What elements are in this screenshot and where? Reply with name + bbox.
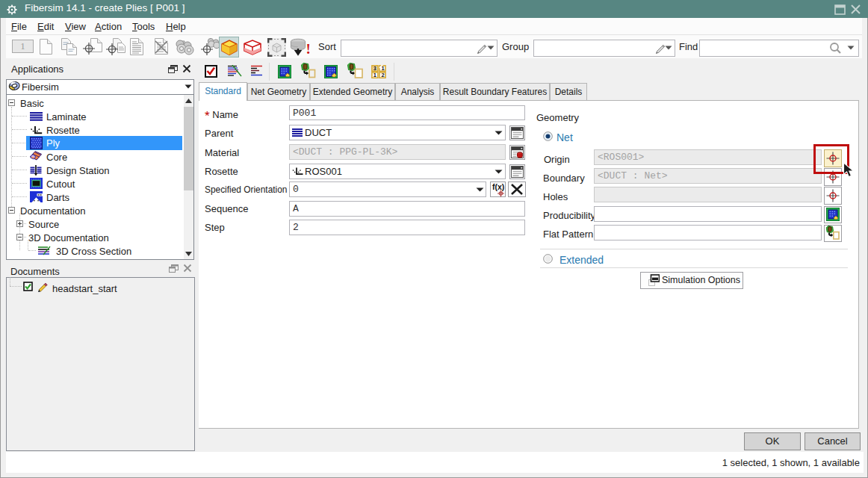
svg-text:!: ! bbox=[306, 41, 311, 57]
svg-text:2: 2 bbox=[382, 72, 385, 78]
svg-text:1: 1 bbox=[382, 65, 385, 72]
svg-text:3: 3 bbox=[373, 65, 376, 72]
svg-text:1: 1 bbox=[373, 72, 376, 78]
svg-text:f(x): f(x) bbox=[492, 182, 504, 191]
